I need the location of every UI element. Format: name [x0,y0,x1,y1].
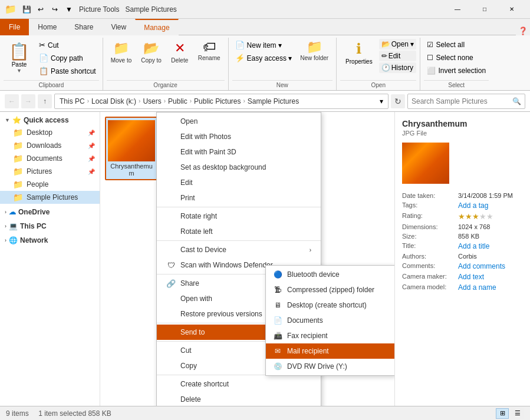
sidebar-item-people[interactable]: 📁 People [0,178,100,191]
onedrive-icon: ☁ [9,208,16,216]
props-value[interactable]: Add a title [458,241,523,252]
ctx-cast[interactable]: Cast to Device › [157,242,321,257]
open-button[interactable]: 📂 Open ▾ [379,39,417,49]
desktop-icon: 🖥 [273,300,282,310]
rating-stars: ★★★ [458,212,479,221]
easy-access-button[interactable]: ⚡ Easy access ▾ [232,52,295,64]
tab-home[interactable]: Home [29,19,65,35]
sidebar-item-downloads[interactable]: 📁 Downloads 📌 [0,139,100,152]
props-title: Chrysanthemum [402,119,523,128]
tab-manage[interactable]: Manage [135,19,178,35]
ctx-edit-photos[interactable]: Edit with Photos [157,129,321,144]
path-localdisk[interactable]: Local Disk (k:) [91,97,136,105]
list-item[interactable]: Chrysanthemum [105,117,158,180]
props-value[interactable]: Add text [458,272,523,282]
ctx-rotate-left[interactable]: Rotate left [157,224,321,239]
help-button[interactable]: ❓ [516,27,530,35]
props-value[interactable]: Add a name [458,282,523,293]
ctx-create-shortcut[interactable]: Create shortcut [157,376,321,392]
qat-dropdown-button[interactable]: ▼ [62,3,75,16]
path-users[interactable]: Users [143,97,161,105]
sidebar-quickaccess-header[interactable]: ▼ ⭐ Quick access [0,114,100,126]
sendto-zip[interactable]: 🗜 Compressed (zipped) folder [266,282,394,297]
qat-redo-button[interactable]: ↪ [48,3,61,16]
table-row: Comments: Add comments [402,261,523,272]
sendto-bluetooth[interactable]: 🔵 Bluetooth device [266,267,394,282]
path-publicpictures[interactable]: Public Pictures [194,97,241,105]
qat-save-button[interactable]: 💾 [20,3,33,16]
new-item-button[interactable]: 📄 New item ▾ [232,39,295,51]
back-button[interactable]: ← [5,94,19,108]
sendto-desktop-shortcut[interactable]: 🖥 Desktop (create shortcut) [266,297,394,313]
address-path[interactable]: This PC › Local Disk (k:) › Users › Publ… [54,94,389,109]
ctx-print[interactable]: Print [157,190,321,206]
sidebar-thispc-header[interactable]: › 💻 This PC [0,220,100,232]
shield-icon: 🛡 [166,260,176,270]
sidebar-network-header[interactable]: › 🌐 Network [0,234,100,246]
delete-button[interactable]: ✕ Delete [167,39,193,79]
cut-button[interactable]: ✂ Cut [36,39,99,51]
search-input[interactable] [412,97,512,105]
tab-view[interactable]: View [102,19,135,35]
sidebar-onedrive-header[interactable]: › ☁ OneDrive [0,206,100,218]
select-all-button[interactable]: ☑ Select all [424,39,489,51]
props-value[interactable]: Add a tag [458,200,523,211]
sidebar-item-desktop[interactable]: 📁 Desktop 📌 [0,126,100,139]
move-to-button[interactable]: 📁 Move to [107,39,136,79]
forward-button[interactable]: → [21,94,35,108]
props-value[interactable]: Add comments [458,261,523,272]
maximize-button[interactable]: □ [471,0,498,19]
refresh-button[interactable]: ↻ [391,94,405,108]
ctx-edit[interactable]: Edit [157,175,321,190]
move-to-icon: 📁 [113,41,129,56]
close-button[interactable]: ✕ [498,0,525,19]
invert-selection-button[interactable]: ⬜ Invert selection [424,65,489,77]
sendto-fax[interactable]: 📠 Fax recipient [266,328,394,343]
history-button[interactable]: 🕐 History [379,62,417,73]
sidebar-item-documents[interactable]: 📁 Documents 📌 [0,152,100,165]
tab-share[interactable]: Share [65,19,102,35]
edit-button[interactable]: ✏ Edit [379,51,417,61]
sidebar-item-pictures[interactable]: 📁 Pictures 📌 [0,165,100,178]
table-row: Authors: Corbis [402,252,523,261]
ribbon-group-clipboard: 📋 Paste ▼ ✂ Cut 📄 Copy path 📋 Paste shor… [0,38,103,90]
file-list[interactable]: Chrysanthemum Jellyfish Tulips Open Edi [100,112,394,406]
select-none-button[interactable]: ☐ Select none [424,52,489,64]
sendto-dvd[interactable]: 💿 DVD RW Drive (Y:) [266,359,394,374]
minimize-button[interactable]: — [444,0,471,19]
qat-undo-button[interactable]: ↩ [34,3,47,16]
copy-to-button[interactable]: 📂 Copy to [137,39,165,79]
sendto-documents[interactable]: 📄 Documents [266,313,394,328]
bluetooth-icon: 🔵 [273,270,282,279]
up-button[interactable]: ↑ [38,94,52,108]
edit-icon: ✏ [381,52,387,60]
props-key: Authors: [402,252,458,261]
properties-button[interactable]: ℹ Properties [340,39,378,79]
props-key: Dimensions: [402,222,458,232]
sendto-mail[interactable]: ✉ Mail recipient [266,343,394,359]
rename-button[interactable]: 🏷 Rename [194,39,225,79]
search-icon[interactable]: 🔍 [512,97,521,105]
path-samplepictures[interactable]: Sample Pictures [248,97,299,105]
tab-file[interactable]: File [0,19,29,35]
thumbnail-view-button[interactable]: ⊞ [496,408,509,419]
delete-icon: ✕ [175,41,185,56]
path-public[interactable]: Public [168,97,187,105]
ctx-edit-paint3d[interactable]: Edit with Paint 3D [157,144,321,160]
ctx-delete[interactable]: Delete [157,392,321,406]
paste-shortcut-button[interactable]: 📋 Paste shortcut [36,65,99,77]
ctx-rotate-right[interactable]: Rotate right [157,209,321,224]
search-box[interactable]: 🔍 [407,94,525,109]
paste-button[interactable]: 📋 Paste ▼ [4,39,35,79]
list-view-button[interactable]: ☰ [511,408,524,419]
select-group-label: Select [424,80,489,90]
sidebar-item-label: Pictures [27,167,52,176]
ctx-set-desktop[interactable]: Set as desktop background [157,160,321,175]
path-thispc[interactable]: This PC [60,97,85,105]
copy-path-button[interactable]: 📄 Copy path [36,52,99,64]
sidebar-item-label: Sample Pictures [27,193,78,201]
new-folder-button[interactable]: 📁 New folder [296,39,333,79]
sidebar-item-samplepictures[interactable]: 📁 Sample Pictures [0,191,100,204]
ctx-open[interactable]: Open [157,114,321,129]
props-thumbnail [402,143,449,184]
